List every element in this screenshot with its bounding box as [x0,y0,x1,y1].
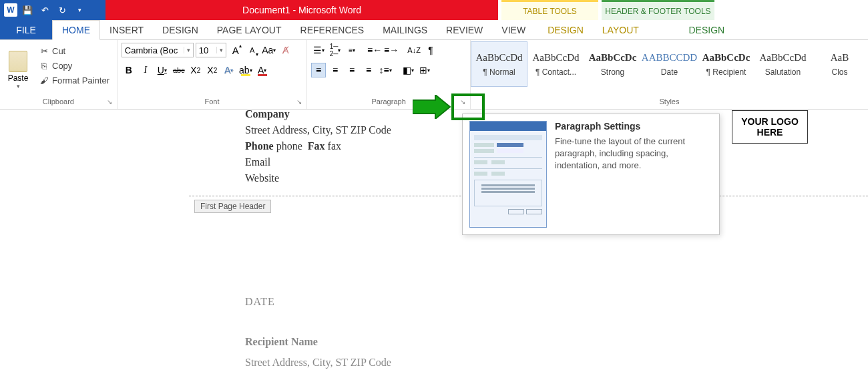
superscript-button[interactable]: X2 [205,63,220,77]
save-icon[interactable]: 💾 [20,3,35,17]
quick-access-toolbar: W 💾 ↶ ↻ ▾ [0,0,105,20]
style-tile-5[interactable]: AaBbCcDdSalutation [754,41,811,87]
format-painter-button[interactable]: 🖌Format Painter [36,73,112,87]
tab-table-layout[interactable]: LAYOUT [593,20,648,39]
tab-insert[interactable]: INSERT [100,20,153,39]
borders-button[interactable]: ⊞▾ [417,63,432,77]
annotation-highlight-box [451,93,485,120]
group-label-paragraph: Paragraph [371,98,405,106]
group-label-styles: Styles [660,98,680,106]
tooltip-preview-image [469,121,547,228]
group-styles: AaBbCcDd¶ NormalAaBbCcDd¶ Contact...AaBb… [471,40,868,109]
cut-icon: ✂ [39,45,49,56]
title-bar: W 💾 ↶ ↻ ▾ Document1 - Microsoft Word TAB… [0,0,868,20]
tab-mailings[interactable]: MAILINGS [373,20,437,39]
tab-table-design[interactable]: DESIGN [538,20,593,39]
window-title: Document1 - Microsoft Word [105,0,498,20]
grow-font-button[interactable]: A▴ [228,43,243,57]
shading-button[interactable]: ◧▾ [401,63,415,77]
group-font: Cambria (Boc▾ 10▾ A▴ A▾ Aa▾ A̸ B I U▾ ab… [118,40,307,109]
tab-file[interactable]: FILE [0,20,52,39]
tab-view[interactable]: VIEW [492,20,535,39]
styles-gallery[interactable]: AaBbCcDd¶ NormalAaBbCcDd¶ Contact...AaBb… [471,40,868,94]
contextual-tab-header-footer-tools: HEADER & FOOTER TOOLS [602,0,714,20]
paste-label: Paste [8,73,29,83]
tab-header-footer-design[interactable]: DESIGN [652,20,762,39]
tooltip-title: Paragraph Settings [555,121,711,132]
copy-button[interactable]: ⎘Copy [36,59,112,72]
font-size-combo[interactable]: 10▾ [196,43,226,57]
undo-icon[interactable]: ↶ [37,3,52,17]
paste-button[interactable]: Paste ▾ [4,43,32,94]
clipboard-launcher[interactable]: ↘ [105,97,114,106]
logo-placeholder[interactable]: YOUR LOGO HERE [732,110,808,144]
clear-formatting-button[interactable]: A̸ [278,43,293,57]
underline-button[interactable]: U▾ [155,63,170,77]
document-body[interactable]: DATE Recipient Name Street Address, City… [245,292,391,373]
cut-button[interactable]: ✂Cut [36,44,112,57]
increase-indent-button[interactable]: ≡→ [384,43,399,57]
ribbon-tab-strip: FILE HOME INSERT DESIGN PAGE LAYOUT REFE… [0,20,868,40]
align-center-button[interactable]: ≡ [328,63,343,77]
align-right-button[interactable]: ≡ [345,63,359,77]
shrink-font-button[interactable]: A▾ [245,43,260,57]
tab-review[interactable]: REVIEW [437,20,492,39]
tab-references[interactable]: REFERENCES [291,20,374,39]
style-tile-6[interactable]: AaBClos [811,41,868,87]
change-case-button[interactable]: Aa▾ [262,43,276,57]
subscript-button[interactable]: X2 [188,63,203,77]
group-clipboard: Paste ▾ ✂Cut ⎘Copy 🖌Format Painter Clipb… [0,40,118,109]
line-spacing-button[interactable]: ↕≡▾ [378,63,393,77]
text-effects-button[interactable]: A▾ [222,63,236,77]
decrease-indent-button[interactable]: ≡← [367,43,382,57]
tab-home[interactable]: HOME [52,20,100,40]
italic-button[interactable]: I [138,63,153,77]
copy-icon: ⎘ [39,60,49,71]
highlight-button[interactable]: ab▾ [238,63,253,77]
redo-icon[interactable]: ↻ [55,3,69,17]
paste-icon [9,51,27,72]
annotation-arrow-icon [413,95,451,119]
bold-button[interactable]: B [122,63,136,77]
header-tag: First Page Header [194,200,271,213]
justify-button[interactable]: ≡ [361,63,376,77]
font-launcher[interactable]: ↘ [294,97,304,106]
paragraph-settings-tooltip: Paragraph Settings Fine-tune the layout … [462,114,720,235]
style-tile-2[interactable]: AaBbCcDcStrong [584,41,641,87]
style-tile-4[interactable]: AaBbCcDc¶ Recipient [698,41,754,87]
style-tile-0[interactable]: AaBbCcDd¶ Normal [471,41,527,87]
svg-marker-0 [413,95,450,119]
numbering-button[interactable]: 1─2─▾ [328,43,343,57]
contextual-tab-table-tools: TABLE TOOLS [501,0,598,20]
format-painter-icon: 🖌 [39,75,49,85]
show-marks-button[interactable]: ¶ [423,43,438,57]
style-tile-1[interactable]: AaBbCcDd¶ Contact... [527,41,584,87]
group-label-font: Font [204,98,219,106]
multilevel-list-button[interactable]: ≡▾ [345,43,359,57]
tab-page-layout[interactable]: PAGE LAYOUT [208,20,291,39]
font-name-combo[interactable]: Cambria (Boc▾ [122,43,194,57]
align-left-button[interactable]: ≡ [311,63,326,77]
font-color-button[interactable]: A▾ [255,63,270,77]
bullets-button[interactable]: ☰▾ [311,43,326,57]
strikethrough-button[interactable]: abc [172,63,186,77]
qat-customize-icon[interactable]: ▾ [72,3,87,17]
tab-design[interactable]: DESIGN [153,20,208,39]
group-label-clipboard: Clipboard [43,98,74,106]
word-app-icon[interactable]: W [4,3,17,17]
sort-button[interactable]: A↓Z [407,43,421,57]
tooltip-description: Fine-tune the layout of the current para… [555,136,711,172]
document-area: Company Street Address, City, ST ZIP Cod… [0,110,868,380]
style-tile-3[interactable]: AABBCCDDDate [641,41,698,87]
